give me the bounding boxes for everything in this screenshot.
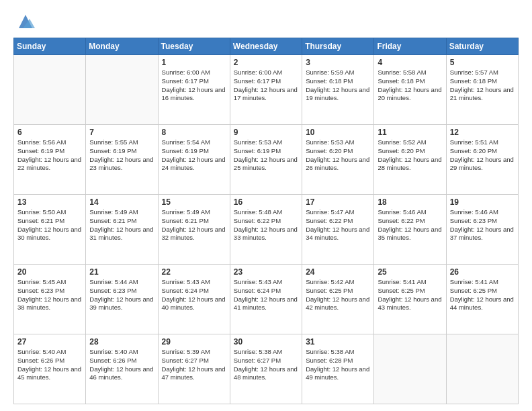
calendar-cell: 28Sunrise: 5:40 AM Sunset: 6:26 PM Dayli…	[86, 334, 158, 404]
calendar-cell: 14Sunrise: 5:49 AM Sunset: 6:21 PM Dayli…	[86, 195, 158, 265]
day-info: Sunrise: 5:54 AM Sunset: 6:19 PM Dayligh…	[162, 138, 226, 173]
day-info: Sunrise: 5:39 AM Sunset: 6:27 PM Dayligh…	[162, 348, 226, 382]
calendar-cell: 21Sunrise: 5:44 AM Sunset: 6:23 PM Dayli…	[86, 265, 158, 334]
day-number: 13	[17, 197, 82, 207]
weekday-header: Wednesday	[230, 38, 302, 55]
day-number: 26	[450, 267, 515, 277]
calendar-cell: 5Sunrise: 5:57 AM Sunset: 6:18 PM Daylig…	[446, 55, 518, 125]
day-number: 8	[162, 128, 226, 137]
calendar-body: 1Sunrise: 6:00 AM Sunset: 6:17 PM Daylig…	[14, 55, 519, 404]
calendar-cell: 26Sunrise: 5:41 AM Sunset: 6:25 PM Dayli…	[446, 265, 518, 334]
calendar-cell: 20Sunrise: 5:45 AM Sunset: 6:23 PM Dayli…	[14, 265, 86, 334]
day-info: Sunrise: 5:45 AM Sunset: 6:23 PM Dayligh…	[17, 278, 82, 312]
day-number: 17	[306, 197, 370, 207]
day-number: 19	[450, 197, 515, 207]
weekday-header: Sunday	[14, 38, 86, 55]
day-number: 29	[162, 337, 226, 347]
day-info: Sunrise: 5:46 AM Sunset: 6:23 PM Dayligh…	[450, 208, 515, 242]
calendar-cell: 15Sunrise: 5:49 AM Sunset: 6:21 PM Dayli…	[158, 195, 230, 265]
calendar-cell: 13Sunrise: 5:50 AM Sunset: 6:21 PM Dayli…	[14, 195, 86, 265]
day-number: 22	[162, 267, 226, 277]
day-number: 6	[17, 128, 82, 137]
calendar-cell: 12Sunrise: 5:51 AM Sunset: 6:20 PM Dayli…	[446, 125, 518, 195]
calendar-cell: 25Sunrise: 5:41 AM Sunset: 6:25 PM Dayli…	[374, 265, 446, 334]
day-info: Sunrise: 5:58 AM Sunset: 6:18 PM Dayligh…	[378, 68, 442, 103]
calendar-header: SundayMondayTuesdayWednesdayThursdayFrid…	[14, 38, 519, 55]
day-number: 9	[234, 128, 298, 137]
calendar-cell: 23Sunrise: 5:43 AM Sunset: 6:24 PM Dayli…	[230, 265, 302, 334]
calendar-cell: 7Sunrise: 5:55 AM Sunset: 6:19 PM Daylig…	[86, 125, 158, 195]
day-info: Sunrise: 5:43 AM Sunset: 6:24 PM Dayligh…	[162, 278, 226, 312]
day-info: Sunrise: 5:44 AM Sunset: 6:23 PM Dayligh…	[89, 278, 154, 312]
day-info: Sunrise: 5:40 AM Sunset: 6:26 PM Dayligh…	[89, 348, 154, 382]
day-number: 3	[306, 58, 370, 67]
weekday-header: Friday	[374, 38, 446, 55]
calendar-cell: 22Sunrise: 5:43 AM Sunset: 6:24 PM Dayli…	[158, 265, 230, 334]
day-number: 18	[378, 197, 442, 207]
day-info: Sunrise: 5:49 AM Sunset: 6:21 PM Dayligh…	[89, 208, 154, 242]
calendar-cell: 6Sunrise: 5:56 AM Sunset: 6:19 PM Daylig…	[14, 125, 86, 195]
calendar-cell: 29Sunrise: 5:39 AM Sunset: 6:27 PM Dayli…	[158, 334, 230, 404]
day-number: 27	[17, 337, 82, 347]
day-info: Sunrise: 5:56 AM Sunset: 6:19 PM Dayligh…	[17, 138, 82, 173]
calendar-week-row: 13Sunrise: 5:50 AM Sunset: 6:21 PM Dayli…	[14, 195, 519, 265]
day-info: Sunrise: 5:57 AM Sunset: 6:18 PM Dayligh…	[450, 68, 515, 103]
calendar-cell: 3Sunrise: 5:59 AM Sunset: 6:18 PM Daylig…	[302, 55, 374, 125]
day-number: 31	[306, 337, 370, 347]
calendar-cell: 9Sunrise: 5:53 AM Sunset: 6:19 PM Daylig…	[230, 125, 302, 195]
day-info: Sunrise: 5:59 AM Sunset: 6:18 PM Dayligh…	[306, 68, 370, 103]
calendar-cell: 27Sunrise: 5:40 AM Sunset: 6:26 PM Dayli…	[14, 334, 86, 404]
day-info: Sunrise: 5:53 AM Sunset: 6:19 PM Dayligh…	[234, 138, 298, 173]
day-info: Sunrise: 5:41 AM Sunset: 6:25 PM Dayligh…	[378, 278, 442, 312]
day-number: 21	[89, 267, 154, 277]
calendar-week-row: 27Sunrise: 5:40 AM Sunset: 6:26 PM Dayli…	[14, 334, 519, 404]
calendar-cell: 10Sunrise: 5:53 AM Sunset: 6:20 PM Dayli…	[302, 125, 374, 195]
day-number: 23	[234, 267, 298, 277]
day-info: Sunrise: 5:43 AM Sunset: 6:24 PM Dayligh…	[234, 278, 298, 312]
day-info: Sunrise: 6:00 AM Sunset: 6:17 PM Dayligh…	[234, 68, 298, 103]
day-info: Sunrise: 5:49 AM Sunset: 6:21 PM Dayligh…	[162, 208, 226, 242]
page: SundayMondayTuesdayWednesdayThursdayFrid…	[0, 0, 532, 411]
calendar-cell: 11Sunrise: 5:52 AM Sunset: 6:20 PM Dayli…	[374, 125, 446, 195]
day-number: 14	[89, 197, 154, 207]
weekday-header: Tuesday	[158, 38, 230, 55]
logo-icon	[16, 12, 35, 31]
day-number: 5	[450, 58, 515, 67]
calendar-cell	[446, 334, 518, 404]
calendar-cell: 24Sunrise: 5:42 AM Sunset: 6:25 PM Dayli…	[302, 265, 374, 334]
day-info: Sunrise: 5:47 AM Sunset: 6:22 PM Dayligh…	[306, 208, 370, 242]
day-number: 20	[17, 267, 82, 277]
day-info: Sunrise: 5:55 AM Sunset: 6:19 PM Dayligh…	[89, 138, 154, 173]
calendar-week-row: 6Sunrise: 5:56 AM Sunset: 6:19 PM Daylig…	[14, 125, 519, 195]
logo	[13, 12, 35, 31]
day-number: 2	[234, 58, 298, 67]
calendar-cell: 8Sunrise: 5:54 AM Sunset: 6:19 PM Daylig…	[158, 125, 230, 195]
calendar-week-row: 20Sunrise: 5:45 AM Sunset: 6:23 PM Dayli…	[14, 265, 519, 334]
day-info: Sunrise: 5:50 AM Sunset: 6:21 PM Dayligh…	[17, 208, 82, 242]
header	[13, 12, 519, 31]
day-info: Sunrise: 5:48 AM Sunset: 6:22 PM Dayligh…	[234, 208, 298, 242]
day-info: Sunrise: 5:46 AM Sunset: 6:22 PM Dayligh…	[378, 208, 442, 242]
calendar-cell: 16Sunrise: 5:48 AM Sunset: 6:22 PM Dayli…	[230, 195, 302, 265]
day-info: Sunrise: 5:53 AM Sunset: 6:20 PM Dayligh…	[306, 138, 370, 173]
calendar-cell	[14, 55, 86, 125]
weekday-row: SundayMondayTuesdayWednesdayThursdayFrid…	[14, 38, 519, 55]
day-info: Sunrise: 5:38 AM Sunset: 6:27 PM Dayligh…	[234, 348, 298, 382]
day-number: 28	[89, 337, 154, 347]
weekday-header: Monday	[86, 38, 158, 55]
day-number: 15	[162, 197, 226, 207]
calendar-cell: 2Sunrise: 6:00 AM Sunset: 6:17 PM Daylig…	[230, 55, 302, 125]
day-info: Sunrise: 5:38 AM Sunset: 6:28 PM Dayligh…	[306, 348, 370, 382]
weekday-header: Thursday	[302, 38, 374, 55]
calendar-week-row: 1Sunrise: 6:00 AM Sunset: 6:17 PM Daylig…	[14, 55, 519, 125]
calendar-cell	[86, 55, 158, 125]
day-number: 10	[306, 128, 370, 137]
day-info: Sunrise: 5:41 AM Sunset: 6:25 PM Dayligh…	[450, 278, 515, 312]
calendar-cell	[374, 334, 446, 404]
calendar-cell: 19Sunrise: 5:46 AM Sunset: 6:23 PM Dayli…	[446, 195, 518, 265]
day-number: 11	[378, 128, 442, 137]
calendar-cell: 31Sunrise: 5:38 AM Sunset: 6:28 PM Dayli…	[302, 334, 374, 404]
day-info: Sunrise: 5:52 AM Sunset: 6:20 PM Dayligh…	[378, 138, 442, 173]
day-number: 25	[378, 267, 442, 277]
day-info: Sunrise: 5:51 AM Sunset: 6:20 PM Dayligh…	[450, 138, 515, 173]
